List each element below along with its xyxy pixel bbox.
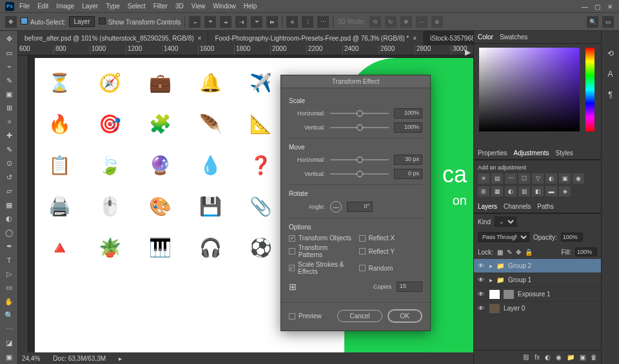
type-tool[interactable]: T	[1, 254, 17, 266]
gradient-map-adj[interactable]: ▬	[545, 186, 557, 196]
levels-adj[interactable]: ▤	[491, 173, 503, 184]
minimize-button[interactable]: —	[582, 3, 588, 10]
visibility-icon[interactable]: 👁	[478, 276, 486, 283]
move-tool-icon[interactable]: ✥	[5, 16, 17, 28]
layer-row[interactable]: 👁Exposure 1	[474, 287, 601, 302]
pen-tool[interactable]: ✒	[1, 240, 17, 253]
edit-toolbar[interactable]: ⋯	[1, 323, 17, 336]
auto-select-checkbox[interactable]	[21, 17, 28, 24]
scale-h-slider[interactable]	[330, 113, 389, 114]
exposure-adj[interactable]: ☐	[518, 173, 530, 184]
3d-roll-icon[interactable]: ↻	[385, 16, 397, 28]
crop-tool[interactable]: ▣	[1, 88, 17, 101]
hue-slider[interactable]	[585, 48, 594, 131]
shape-tool[interactable]: ▭	[1, 282, 17, 294]
random-checkbox[interactable]: Random	[359, 261, 423, 275]
distribute-1-icon[interactable]: ≡	[286, 16, 298, 28]
vertical-ruler[interactable]	[18, 55, 28, 352]
history-panel-icon[interactable]: ⟲	[607, 49, 614, 58]
channel-mixer-adj[interactable]: ⊞	[478, 186, 489, 196]
menu-filter[interactable]: Filter	[153, 3, 168, 10]
transform-patterns-checkbox[interactable]: Transform Patterns	[289, 244, 353, 258]
visibility-icon[interactable]: 👁	[478, 305, 486, 312]
swatches-tab[interactable]: Swatches	[500, 34, 527, 41]
menu-type[interactable]: Type	[106, 3, 120, 10]
scale-v-slider[interactable]	[330, 127, 389, 128]
workspace-icon[interactable]: ▭	[602, 16, 614, 28]
expand-icon[interactable]: ▸	[489, 262, 493, 269]
hand-tool[interactable]: ✋	[1, 296, 17, 308]
blur-tool[interactable]: ◐	[1, 213, 17, 225]
zoom-tool[interactable]: 🔍	[1, 309, 17, 321]
more-align-icon[interactable]: ⋯	[317, 16, 329, 28]
new-layer-icon[interactable]: ▣	[580, 354, 585, 361]
menu-image[interactable]: Image	[56, 3, 74, 10]
fill-input[interactable]	[575, 247, 597, 256]
frame-tool[interactable]: ⊞	[1, 102, 17, 114]
path-tool[interactable]: ▷	[1, 268, 17, 280]
layer-row[interactable]: 👁Layer 0	[474, 302, 601, 316]
foreground-background-color[interactable]: ◪	[1, 337, 17, 349]
horizontal-ruler[interactable]: 6008001000120014001600180020002200240026…	[18, 45, 473, 55]
posterize-adj[interactable]: ▥	[518, 186, 530, 196]
menu-edit[interactable]: Edit	[37, 3, 48, 10]
align-bottom-icon[interactable]: ⫨	[220, 16, 231, 28]
cancel-button[interactable]: Cancel	[337, 310, 382, 322]
hue-adj[interactable]: ◐	[545, 173, 557, 184]
3d-zoom-icon[interactable]: ⊕	[431, 16, 443, 28]
visibility-icon[interactable]: 👁	[478, 262, 486, 269]
menu-view[interactable]: View	[192, 3, 206, 10]
link-layers-icon[interactable]: ⛓	[523, 354, 529, 361]
quick-mask-tool[interactable]: ▣	[1, 350, 17, 363]
photo-filter-adj[interactable]: ◉	[573, 173, 584, 184]
transform-objects-checkbox[interactable]: Transform Objects	[289, 235, 353, 242]
expand-icon[interactable]: ▸	[489, 276, 493, 283]
history-brush-tool[interactable]: ↺	[1, 171, 17, 184]
trash-icon[interactable]: 🗑	[591, 354, 597, 361]
align-top-icon[interactable]: ⫠	[189, 16, 201, 28]
document-tab-0[interactable]: before_after.psd @ 101% (shutterstock_85…	[18, 31, 208, 45]
paths-tab[interactable]: Paths	[537, 203, 554, 210]
auto-select-dropdown[interactable]: Layer	[69, 16, 94, 27]
move-h-slider[interactable]	[330, 159, 389, 160]
3d-pan-icon[interactable]: ✥	[400, 16, 412, 28]
dialog-title[interactable]: Transform Effect	[281, 75, 430, 88]
blend-mode[interactable]: Pass Through	[478, 232, 529, 242]
fx-icon[interactable]: fx	[535, 354, 540, 361]
reflect-y-checkbox[interactable]: Reflect Y	[359, 244, 423, 258]
menu-window[interactable]: Window	[213, 3, 236, 10]
close-button[interactable]: ✕	[607, 3, 614, 10]
gradient-tool[interactable]: ▦	[1, 198, 17, 211]
stamp-tool[interactable]: ⊙	[1, 157, 17, 169]
document-tab-2[interactable]: iStock-535796896.jpg @ 24,4% (Group 2, R…	[424, 31, 473, 45]
properties-tab[interactable]: Properties	[478, 149, 507, 157]
scale-strokes-checkbox[interactable]: Scale Strokes & Effects	[289, 261, 353, 275]
menu-help[interactable]: Help	[244, 3, 257, 10]
visibility-icon[interactable]: 👁	[478, 291, 486, 298]
move-v-slider[interactable]	[330, 173, 389, 175]
eyedropper-tool[interactable]: ✧	[1, 116, 17, 128]
anchor-icon[interactable]: ⊞	[289, 282, 297, 292]
close-tab-icon[interactable]: ×	[413, 35, 417, 42]
marquee-tool[interactable]: ▭	[1, 46, 17, 59]
lasso-tool[interactable]: ⌁	[1, 61, 17, 73]
adjustment-layer-icon[interactable]: ◉	[556, 354, 562, 361]
eraser-tool[interactable]: ▱	[1, 185, 17, 197]
preview-checkbox[interactable]: Preview	[289, 312, 322, 320]
maximize-button[interactable]: ▢	[594, 3, 601, 10]
invert-adj[interactable]: ◐	[505, 186, 516, 196]
align-hcenter-icon[interactable]: ⫧	[251, 16, 262, 28]
move-tool[interactable]: ✥	[1, 33, 17, 45]
layer-row[interactable]: 👁▸📁Group 2	[474, 259, 601, 273]
reflect-x-checkbox[interactable]: Reflect X	[359, 235, 423, 242]
scale-v-input[interactable]: 100%	[394, 122, 422, 133]
copies-input[interactable]: 15	[397, 282, 422, 292]
threshold-adj[interactable]: ◧	[532, 186, 544, 196]
distribute-2-icon[interactable]: ⋮	[302, 16, 313, 28]
selective-color-adj[interactable]: ◈	[559, 186, 571, 196]
3d-orbit-icon[interactable]: ⟲	[369, 16, 381, 28]
angle-input[interactable]: 0°	[347, 202, 373, 212]
curves-adj[interactable]: 〰	[505, 173, 516, 184]
healing-tool[interactable]: ✚	[1, 129, 17, 142]
align-vcenter-icon[interactable]: ⫩	[204, 16, 216, 28]
